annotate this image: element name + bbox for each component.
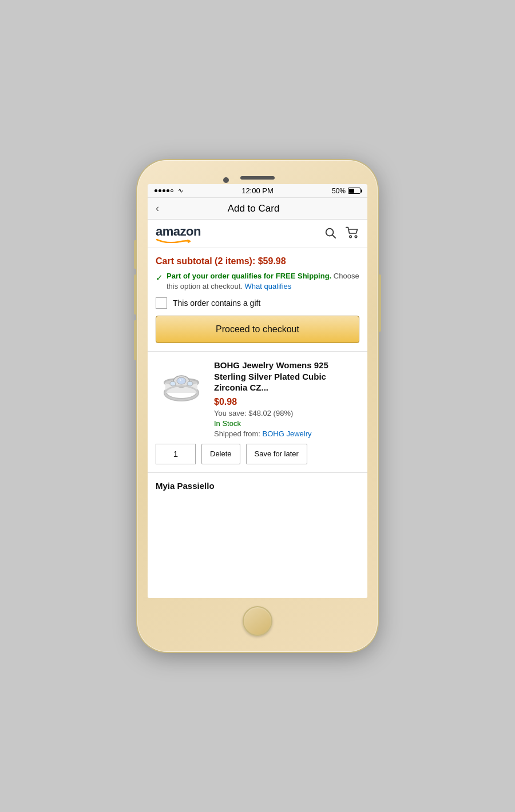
- product-top-1: BOHG Jewelry Womens 925 Sterling Silver …: [156, 360, 359, 438]
- battery-icon: [348, 188, 360, 194]
- cart-subtotal: Cart subtotal (2 items): $59.98: [156, 256, 359, 266]
- page-title: Add to Card: [228, 203, 280, 214]
- status-bar: ∿ 12:00 PM 50%: [148, 184, 367, 198]
- battery-percent: 50%: [332, 187, 346, 195]
- product-shipped-1: Shipped from: BOHG Jewelry: [214, 429, 359, 438]
- shipped-label: Shipped from:: [214, 429, 260, 438]
- svg-point-10: [170, 381, 176, 386]
- home-button[interactable]: [243, 606, 272, 636]
- mute-button: [134, 240, 136, 269]
- navigation-bar: ‹ Add to Card: [148, 198, 367, 220]
- signal-dot-3: [163, 189, 165, 192]
- signal-dot-2: [159, 189, 161, 192]
- power-button: [379, 274, 381, 332]
- free-shipping-notice: ✓ Part of your order qualifies for FREE …: [156, 271, 359, 292]
- what-qualifies-link[interactable]: What qualifies: [243, 282, 291, 290]
- speaker: [240, 176, 275, 180]
- front-camera: [223, 177, 229, 183]
- main-content: Cart subtotal (2 items): $59.98 ✓ Part o…: [148, 248, 367, 598]
- search-icon[interactable]: [324, 226, 336, 242]
- home-button-area: [148, 598, 367, 642]
- svg-line-1: [332, 235, 335, 238]
- status-time: 12:00 PM: [241, 186, 274, 195]
- status-right: 50%: [332, 187, 360, 195]
- save-for-later-button-1[interactable]: Save for later: [246, 444, 307, 464]
- amazon-header-icons: [324, 226, 359, 242]
- next-product-partial: Myia Passiello: [148, 473, 367, 494]
- svg-point-9: [177, 377, 186, 384]
- next-product-title: Myia Passiello: [156, 481, 215, 491]
- shipped-from-link[interactable]: BOHG Jewelry: [263, 429, 312, 438]
- status-left: ∿: [154, 187, 183, 194]
- amazon-header: amazon: [148, 220, 367, 248]
- product-price-1: $0.98: [214, 397, 359, 407]
- phone-screen: ∿ 12:00 PM 50% ‹ Add to Card amazon: [148, 184, 367, 598]
- svg-point-11: [187, 381, 193, 386]
- product-savings-1: You save: $48.02 (98%): [214, 409, 359, 417]
- cart-summary: Cart subtotal (2 items): $59.98 ✓ Part o…: [148, 248, 367, 352]
- gift-label: This order contains a gift: [173, 298, 260, 308]
- product-details-1: BOHG Jewelry Womens 925 Sterling Silver …: [214, 360, 359, 438]
- amazon-logo-text: amazon: [156, 225, 201, 238]
- signal-dot-1: [154, 189, 157, 192]
- wifi-icon: ∿: [178, 187, 183, 194]
- free-shipping-text: Part of your order qualifies for FREE Sh…: [167, 271, 359, 292]
- cart-icon[interactable]: [346, 226, 359, 242]
- signal-dot-5: [171, 189, 173, 192]
- signal-dot-4: [167, 189, 169, 192]
- amazon-logo[interactable]: amazon: [156, 225, 201, 243]
- volume-down-button: [134, 320, 136, 360]
- quantity-box-1[interactable]: 1: [156, 444, 196, 464]
- product-image-1[interactable]: [156, 360, 207, 411]
- svg-point-3: [355, 236, 356, 237]
- back-button[interactable]: ‹: [156, 202, 159, 214]
- volume-up-button: [134, 274, 136, 315]
- phone-frame: ∿ 12:00 PM 50% ‹ Add to Card amazon: [137, 160, 378, 652]
- delete-button-1[interactable]: Delete: [201, 444, 240, 464]
- product-title-1[interactable]: BOHG Jewelry Womens 925 Sterling Silver …: [214, 360, 359, 393]
- signal-bars: [154, 189, 173, 192]
- cart-subtotal-label: Cart subtotal (2 items):: [156, 256, 255, 266]
- product-stock-1: In Stock: [214, 419, 359, 428]
- battery-fill: [349, 189, 354, 193]
- checkmark-icon: ✓: [156, 272, 163, 284]
- quantity-value-1: 1: [173, 449, 178, 459]
- svg-point-2: [350, 236, 351, 237]
- cart-subtotal-amount: $59.98: [258, 256, 286, 266]
- gift-row: This order contains a gift: [156, 297, 359, 309]
- phone-top: [148, 170, 367, 184]
- checkout-button[interactable]: Proceed to checkout: [156, 316, 359, 343]
- gift-checkbox[interactable]: [156, 297, 167, 309]
- amazon-smile-logo: [156, 238, 191, 243]
- product-actions-1: 1 Delete Save for later: [156, 444, 359, 464]
- product-item-1: BOHG Jewelry Womens 925 Sterling Silver …: [148, 352, 367, 473]
- ring-svg: [156, 360, 207, 411]
- free-shipping-green: Part of your order qualifies for FREE Sh…: [167, 272, 331, 280]
